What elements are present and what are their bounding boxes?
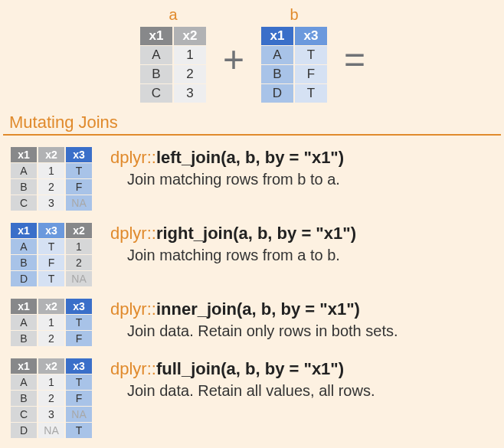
table-a-grid: x1x2 A1 B2 C3 xyxy=(139,26,208,103)
th: x3 xyxy=(66,299,92,314)
fn-description: Join data. Retain only rows in both sets… xyxy=(127,322,398,340)
inner-join-result: x1x2x3 A1T B2F xyxy=(9,298,93,347)
input-tables-row: a x1x2 A1 B2 C3 + b x1x3 AT BF DT = xyxy=(0,0,504,106)
td: 1 xyxy=(174,46,206,64)
full-join-result: x1x2x3 A1T B2F C3NA DNAT xyxy=(9,358,93,439)
left-join-desc: dplyr::left_join(a, b, by = "x1") Join m… xyxy=(110,146,344,188)
th: x1 xyxy=(140,27,172,45)
td: 3 xyxy=(174,84,206,103)
td: B xyxy=(11,391,37,406)
fn-prefix: dplyr:: xyxy=(110,224,156,243)
left-join-result: x1x2x3 A1T B2F C3NA xyxy=(9,146,93,211)
th: x2 xyxy=(38,358,64,374)
fn-prefix: dplyr:: xyxy=(110,148,156,167)
fn-description: Join matching rows from b to a. xyxy=(127,171,344,188)
td: 2 xyxy=(38,391,64,406)
td: B xyxy=(11,331,37,346)
full-join-desc: dplyr::full_join(a, b, by = "x1") Join d… xyxy=(110,358,375,400)
td: T xyxy=(66,163,92,178)
td: B xyxy=(261,65,293,83)
td: A xyxy=(261,46,293,64)
fn-name: left_join xyxy=(156,148,221,167)
th: x3 xyxy=(295,27,327,45)
td: F xyxy=(38,255,64,270)
td: D xyxy=(11,271,37,286)
inner-join-row: x1x2x3 A1T B2F dplyr::inner_join(a, b, b… xyxy=(0,295,504,355)
td: A xyxy=(11,374,37,390)
table-b-label: b xyxy=(260,6,329,25)
td: 3 xyxy=(38,195,64,211)
td: NA xyxy=(66,407,92,422)
td: C xyxy=(11,407,37,422)
fn-description: Join matching rows from a to b. xyxy=(127,247,356,264)
td: NA xyxy=(66,195,92,211)
inner-join-desc: dplyr::inner_join(a, b, by = "x1") Join … xyxy=(110,298,398,340)
td: C xyxy=(140,84,172,103)
td: 1 xyxy=(66,239,92,254)
table-a-label: a xyxy=(139,6,208,25)
th: x1 xyxy=(11,147,37,162)
td: A xyxy=(11,163,37,178)
section-title: Mutating Joins xyxy=(9,113,504,132)
td: 2 xyxy=(174,65,206,83)
fn-args: (a, b, by = "x1") xyxy=(233,224,356,243)
table-a: a x1x2 A1 B2 C3 xyxy=(139,6,208,103)
fn-signature: dplyr::left_join(a, b, by = "x1") xyxy=(110,148,344,168)
right-join-result: x1x3x2 AT1 BF2 DTNA xyxy=(9,222,93,287)
fn-name: inner_join xyxy=(156,299,237,319)
th: x1 xyxy=(261,27,293,45)
left-join-row: x1x2x3 A1T B2F C3NA dplyr::left_join(a, … xyxy=(0,143,504,219)
th: x3 xyxy=(66,147,92,162)
td: B xyxy=(11,255,37,270)
th: x1 xyxy=(11,299,37,314)
td: D xyxy=(261,84,293,103)
fn-prefix: dplyr:: xyxy=(110,359,156,378)
td: NA xyxy=(66,271,92,286)
fn-signature: dplyr::full_join(a, b, by = "x1") xyxy=(110,359,375,379)
td: A xyxy=(11,239,37,254)
equals-operator: = xyxy=(344,41,365,78)
td: T xyxy=(38,271,64,286)
td: T xyxy=(295,84,327,103)
fn-signature: dplyr::inner_join(a, b, by = "x1") xyxy=(110,299,398,319)
fn-name: right_join xyxy=(156,224,233,243)
table-b: b x1x3 AT BF DT xyxy=(260,6,329,103)
section-rule xyxy=(3,134,501,136)
fn-prefix: dplyr:: xyxy=(110,299,156,319)
td: A xyxy=(140,46,172,64)
td: F xyxy=(66,331,92,346)
td: C xyxy=(11,195,37,211)
td: B xyxy=(140,65,172,83)
td: T xyxy=(66,315,92,330)
fn-signature: dplyr::right_join(a, b, by = "x1") xyxy=(110,224,356,244)
td: 1 xyxy=(38,163,64,178)
td: T xyxy=(295,46,327,64)
td: F xyxy=(295,65,327,83)
td: 1 xyxy=(38,374,64,390)
td: 1 xyxy=(38,315,64,330)
td: 2 xyxy=(38,331,64,346)
full-join-row: x1x2x3 A1T B2F C3NA DNAT dplyr::full_joi… xyxy=(0,355,504,446)
td: D xyxy=(11,423,37,438)
th: x2 xyxy=(66,223,92,238)
right-join-row: x1x3x2 AT1 BF2 DTNA dplyr::right_join(a,… xyxy=(0,219,504,295)
fn-args: (a, b, by = "x1") xyxy=(221,148,344,167)
th: x3 xyxy=(66,358,92,374)
td: NA xyxy=(38,423,64,438)
th: x1 xyxy=(11,223,37,238)
th: x2 xyxy=(174,27,206,45)
td: F xyxy=(66,179,92,195)
td: 3 xyxy=(38,407,64,422)
fn-args: (a, b, by = "x1") xyxy=(237,299,360,319)
right-join-desc: dplyr::right_join(a, b, by = "x1") Join … xyxy=(110,222,356,264)
td: T xyxy=(66,374,92,390)
th: x1 xyxy=(11,358,37,374)
fn-name: full_join xyxy=(156,359,221,378)
td: A xyxy=(11,315,37,330)
td: F xyxy=(66,391,92,406)
td: 2 xyxy=(66,255,92,270)
td: T xyxy=(38,239,64,254)
th: x2 xyxy=(38,147,64,162)
table-b-grid: x1x3 AT BF DT xyxy=(260,26,329,103)
fn-args: (a, b, by = "x1") xyxy=(221,359,344,378)
